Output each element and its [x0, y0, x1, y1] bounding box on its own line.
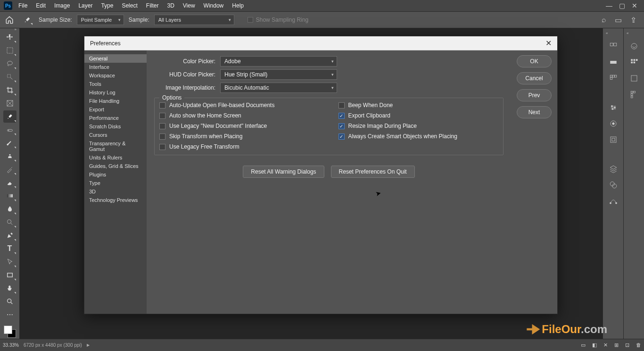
status-icon-4[interactable]: ⊞	[614, 342, 619, 348]
status-icon-2[interactable]: ◧	[592, 342, 597, 348]
sample-select[interactable]: All Layers▾	[154, 15, 234, 25]
option-checkbox[interactable]: Auto-Update Open File-based Documents	[159, 102, 320, 109]
quick-selection-tool[interactable]	[3, 71, 17, 83]
dodge-tool[interactable]	[3, 216, 17, 228]
reset-warnings-button[interactable]: Reset All Warning Dialogs	[243, 166, 324, 178]
ok-button[interactable]: OK	[517, 55, 552, 67]
eyedropper-current-tool-icon[interactable]	[21, 13, 34, 26]
libraries-panel-icon[interactable]	[608, 134, 619, 145]
pref-sidebar-item[interactable]: Performance	[84, 114, 147, 122]
adjustments-panel-icon[interactable]	[608, 102, 619, 113]
option-checkbox[interactable]: Beep When Done	[339, 102, 499, 109]
move-tool[interactable]	[3, 31, 17, 43]
pref-sidebar-item[interactable]: Tools	[84, 80, 147, 88]
option-checkbox[interactable]: Use Legacy "New Document" Interface	[159, 123, 320, 129]
color-swatches[interactable]	[4, 326, 16, 338]
rectangle-tool[interactable]	[3, 269, 17, 281]
brush-tool[interactable]	[3, 137, 17, 149]
type-tool[interactable]: T	[3, 242, 17, 255]
image-interpolation-select[interactable]: Bicubic Automatic▾	[220, 83, 337, 93]
patterns-panel-icon[interactable]	[629, 57, 639, 67]
pref-sidebar-item[interactable]: History Log	[84, 88, 147, 97]
expand-panels2-icon[interactable]: «	[627, 31, 628, 35]
swatches-panel-icon[interactable]	[608, 57, 619, 67]
hud-color-picker-select[interactable]: Hue Strip (Small)▾	[220, 69, 337, 80]
show-sampling-ring-checkbox[interactable]: Show Sampling Ring	[248, 17, 308, 23]
home-button[interactable]	[3, 13, 16, 26]
pref-sidebar-item[interactable]: Export	[84, 105, 147, 114]
pref-sidebar-item[interactable]: 3D	[84, 187, 147, 196]
color-panel-icon[interactable]	[608, 41, 619, 51]
pref-sidebar-item[interactable]: Units & Rulers	[84, 153, 147, 162]
prev-button[interactable]: Prev	[517, 89, 552, 101]
share-icon[interactable]: ⇪	[630, 16, 636, 25]
search-icon[interactable]: ⌕	[602, 16, 606, 25]
pen-tool[interactable]	[3, 229, 17, 242]
option-checkbox[interactable]: Skip Transform when Placing	[159, 133, 320, 140]
option-checkbox[interactable]: Export Clipboard	[339, 112, 499, 119]
next-button[interactable]: Next	[517, 106, 552, 118]
channels-panel-icon[interactable]	[608, 180, 619, 190]
sample-size-select[interactable]: Point Sample▾	[77, 15, 124, 25]
zoom-tool[interactable]	[3, 295, 17, 308]
status-trash-icon[interactable]: 🗑	[636, 342, 641, 348]
blur-tool[interactable]	[3, 203, 17, 215]
menu-edit[interactable]: Edit	[32, 0, 50, 11]
menu-type[interactable]: Type	[97, 0, 117, 11]
paths-panel-icon[interactable]	[608, 196, 619, 206]
dialog-titlebar[interactable]: Preferences ✕	[84, 36, 557, 50]
gradient-tool[interactable]	[3, 190, 17, 202]
menu-window[interactable]: Window	[199, 0, 228, 11]
menu-select[interactable]: Select	[117, 0, 141, 11]
menu-3d[interactable]: 3D	[163, 0, 178, 11]
foreground-color-swatch[interactable]	[4, 326, 12, 334]
properties-panel-icon[interactable]	[629, 41, 639, 51]
menu-layer[interactable]: Layer	[74, 0, 97, 11]
color-picker-select[interactable]: Adobe▾	[220, 56, 337, 67]
maximize-icon[interactable]: ▢	[619, 2, 625, 9]
layers-panel-icon[interactable]	[608, 164, 619, 174]
pref-sidebar-item[interactable]: File Handling	[84, 97, 147, 105]
pref-sidebar-item[interactable]: Scratch Disks	[84, 122, 147, 131]
menu-image[interactable]: Image	[50, 0, 74, 11]
pref-sidebar-item[interactable]: Workspace	[84, 71, 147, 80]
gradients-panel-icon[interactable]	[608, 73, 619, 84]
edit-toolbar-icon[interactable]: ⋯	[3, 309, 17, 321]
actions-panel-icon[interactable]	[629, 89, 639, 100]
zoom-level[interactable]: 33.33%	[3, 343, 19, 348]
pref-sidebar-item[interactable]: Type	[84, 179, 147, 187]
option-checkbox[interactable]: Auto show the Home Screen	[159, 112, 320, 119]
marquee-tool[interactable]	[3, 44, 17, 57]
history-panel-icon[interactable]	[629, 73, 639, 84]
close-dialog-icon[interactable]: ✕	[545, 39, 552, 48]
status-icon-1[interactable]: ▭	[581, 342, 586, 348]
menu-help[interactable]: Help	[228, 0, 248, 11]
lasso-tool[interactable]	[3, 58, 17, 70]
eraser-tool[interactable]	[3, 176, 17, 189]
pref-sidebar-item[interactable]: Plugins	[84, 170, 147, 179]
crop-tool[interactable]	[3, 84, 17, 96]
pref-sidebar-item[interactable]: Interface	[84, 63, 147, 71]
path-selection-tool[interactable]	[3, 256, 17, 268]
eyedropper-tool[interactable]	[3, 110, 17, 123]
healing-brush-tool[interactable]	[3, 124, 17, 136]
close-window-icon[interactable]: ✕	[632, 2, 637, 9]
option-checkbox[interactable]: Always Create Smart Objects when Placing	[339, 133, 499, 140]
frame-tool[interactable]	[3, 97, 17, 109]
pref-sidebar-item[interactable]: Guides, Grid & Slices	[84, 162, 147, 170]
cancel-button[interactable]: Cancel	[517, 72, 552, 84]
pref-sidebar-item[interactable]: General	[84, 54, 147, 63]
doc-info-caret-icon[interactable]: ▶	[87, 343, 90, 347]
status-icon-3[interactable]: ✕	[603, 342, 608, 348]
workspace-icon[interactable]: ▭	[615, 16, 622, 25]
expand-panels-icon[interactable]: «	[606, 31, 608, 35]
pref-sidebar-item[interactable]: Transparency & Gamut	[84, 139, 147, 153]
menu-file[interactable]: File	[14, 0, 32, 11]
clone-stamp-tool[interactable]	[3, 150, 17, 162]
pref-sidebar-item[interactable]: Cursors	[84, 131, 147, 139]
status-icon-5[interactable]: ⊡	[625, 342, 629, 348]
menu-filter[interactable]: Filter	[142, 0, 163, 11]
option-checkbox[interactable]: Resize Image During Place	[339, 123, 499, 129]
option-checkbox[interactable]: Use Legacy Free Transform	[159, 143, 320, 150]
pref-sidebar-item[interactable]: Technology Previews	[84, 196, 147, 204]
